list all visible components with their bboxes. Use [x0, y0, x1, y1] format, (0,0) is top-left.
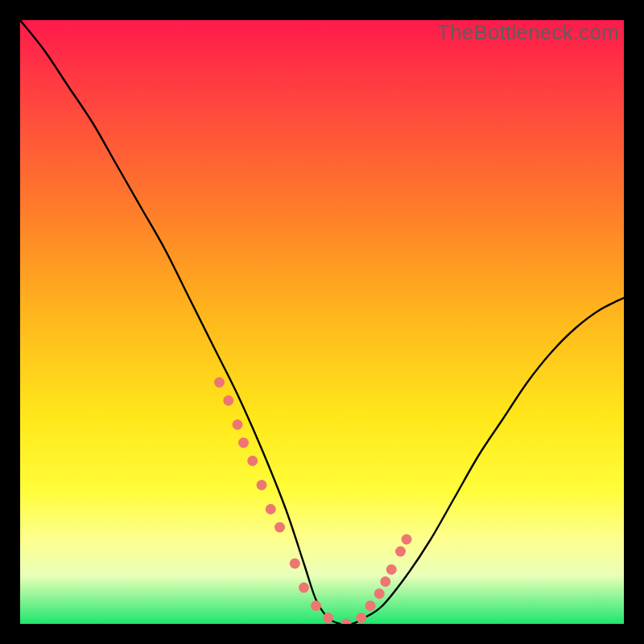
highlight-dot — [233, 419, 243, 430]
highlight-dots-group — [214, 378, 412, 625]
highlight-dot — [290, 559, 300, 569]
highlight-dot — [395, 547, 406, 557]
highlight-dot — [238, 438, 249, 448]
chart-svg — [20, 20, 624, 624]
highlight-dot — [374, 588, 385, 599]
highlight-dot — [323, 613, 333, 623]
highlight-dot — [356, 613, 366, 623]
watermark-text: TheBottleneck.com — [437, 20, 619, 45]
highlight-dot — [266, 504, 276, 514]
highlight-dot — [257, 480, 267, 490]
highlight-dot — [341, 619, 352, 625]
highlight-dot — [223, 395, 233, 406]
highlight-dot — [402, 535, 412, 545]
highlight-dot — [299, 583, 309, 593]
highlight-dot — [214, 378, 225, 388]
bottleneck-curve-line — [20, 20, 624, 624]
highlight-dot — [380, 576, 390, 587]
highlight-dot — [311, 601, 321, 611]
chart-frame: TheBottleneck.com — [20, 20, 624, 624]
highlight-dot — [247, 456, 258, 466]
highlight-dot — [386, 564, 397, 575]
highlight-dot — [275, 522, 285, 533]
highlight-dot — [365, 601, 376, 611]
